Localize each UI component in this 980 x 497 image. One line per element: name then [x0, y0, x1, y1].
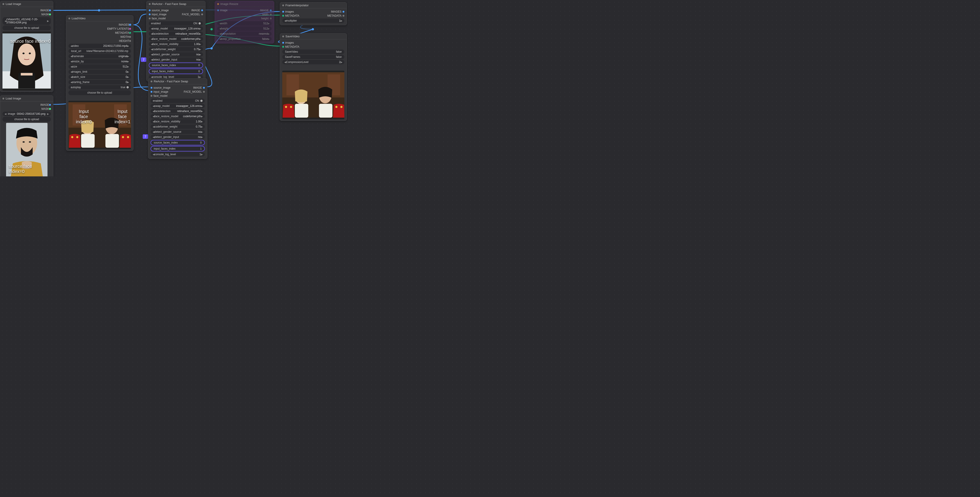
chevron-right-icon[interactable]: ▶ [201, 136, 203, 138]
chevron-right-icon[interactable]: ▶ [127, 76, 129, 78]
chevron-left-icon[interactable]: ◀ [151, 27, 153, 30]
chevron-right-icon[interactable]: ▶ [340, 19, 342, 22]
chevron-left-icon[interactable]: ◀ [153, 120, 154, 123]
chevron-right-icon[interactable]: ▶ [268, 27, 270, 30]
link-handle[interactable] [210, 28, 213, 30]
port-mask[interactable] [49, 108, 51, 110]
param-widget[interactable]: ◀ swap_model inswapper_128.onnx ▶ [149, 26, 203, 31]
port[interactable] [282, 46, 284, 48]
param-widget[interactable]: local_url /view?filename=202401171550.mp [68, 49, 131, 53]
param-widget[interactable]: ◀ face_restore_visibility 1.00 ▶ [149, 42, 203, 46]
node-load-image-2[interactable]: Load Image IMAGE MASK ◀ image 00042-2580… [0, 95, 53, 176]
collapse-icon[interactable] [282, 35, 284, 37]
collapse-icon[interactable] [68, 17, 70, 19]
chevron-left-icon[interactable]: ◀ [70, 70, 72, 73]
node-title[interactable]: LoadVideo [66, 16, 133, 21]
chevron-left-icon[interactable]: ◀ [151, 48, 153, 51]
param-widget[interactable]: SaveVideo false [282, 49, 344, 54]
node-load-video[interactable]: LoadVideo IMAGES EMPTY LATENTS METADATA … [66, 15, 134, 151]
param-widget[interactable]: ◀ keep_proportion false ▶ [217, 37, 272, 41]
chevron-right-icon[interactable]: ▶ [127, 65, 129, 68]
param-widget[interactable]: ◀ face_restore_model codeformer.pth ▶ [151, 114, 205, 119]
param-widget[interactable]: ◀ facedetection retinaface_resnet50 ▶ [149, 32, 203, 36]
chevron-left-icon[interactable]: ◀ [153, 130, 154, 133]
port-image[interactable] [49, 10, 51, 11]
chevron-right-icon[interactable]: ▶ [340, 61, 342, 64]
autoplay-toggle[interactable]: autoplay true [68, 85, 131, 89]
param-widget[interactable]: ◀ facedetection retinaface_resnet50 ▶ [151, 109, 205, 113]
port[interactable] [201, 14, 203, 15]
param-widget[interactable]: ◀ interpolation nearest ▶ [217, 32, 272, 36]
port-image[interactable] [49, 104, 51, 106]
param-widget[interactable]: ◀ swap_model inswapper_128.onnx ▶ [151, 104, 205, 108]
collapse-icon[interactable] [3, 98, 4, 100]
chevron-right-icon[interactable]: ▶ [199, 53, 201, 56]
port[interactable] [203, 91, 205, 93]
port[interactable] [129, 40, 131, 42]
chevron-right-icon[interactable]: ▶ [268, 22, 270, 25]
link-handle[interactable] [210, 47, 213, 49]
collapse-icon[interactable] [149, 3, 151, 5]
port[interactable] [270, 10, 272, 11]
chevron-left-icon[interactable]: ◀ [153, 153, 154, 156]
chevron-left-icon[interactable]: ◀ [70, 60, 72, 63]
chevron-right-icon[interactable]: ▶ [201, 110, 203, 113]
port[interactable] [282, 42, 284, 44]
port[interactable] [151, 91, 153, 93]
node-title[interactable]: ReActor - Fast Face Swap [148, 78, 207, 84]
chevron-left-icon[interactable]: ◀ [151, 76, 153, 78]
chevron-right-icon[interactable]: ▶ [201, 105, 203, 108]
chevron-left-icon[interactable]: ◀ [153, 105, 154, 108]
node-reactor-1[interactable]: ReActor - Fast Face Swap source_image IM… [146, 1, 205, 81]
chevron-right-icon[interactable]: ▶ [199, 76, 201, 78]
choose-file-button[interactable]: choose file to upload [3, 25, 51, 30]
port-mask[interactable] [49, 14, 51, 15]
port[interactable] [282, 15, 284, 17]
chevron-left-icon[interactable]: ◀ [70, 44, 72, 48]
port[interactable] [217, 10, 219, 11]
port[interactable] [129, 32, 131, 34]
chevron-left-icon[interactable]: ◀ [284, 19, 286, 22]
chevron-right-icon[interactable]: ▶ [47, 113, 49, 116]
node-reactor-2[interactable]: ReActor - Fast Face Swap source_image IM… [148, 78, 207, 159]
chevron-right-icon[interactable]: ▶ [127, 60, 129, 63]
chevron-left-icon[interactable]: ◀ [151, 53, 153, 56]
chevron-right-icon[interactable]: ▶ [127, 55, 129, 58]
chevron-left-icon[interactable]: ◀ [5, 113, 6, 116]
param-widget[interactable]: ◀ width 512 ▶ [217, 21, 272, 25]
chevron-right-icon[interactable]: ▶ [127, 81, 129, 84]
port[interactable] [129, 36, 131, 38]
param-widget[interactable]: ◀ height 512 ▶ [217, 26, 272, 31]
link-handle[interactable] [312, 28, 314, 30]
chevron-right-icon[interactable]: ▶ [127, 44, 129, 48]
chevron-right-icon[interactable]: ▶ [199, 38, 201, 41]
port[interactable] [129, 24, 131, 25]
source-faces-index[interactable]: source_faces_index 0 [151, 140, 205, 145]
param-widget[interactable]: ◀ images_limit 0 ▶ [68, 70, 131, 74]
param-widget[interactable]: ◀ codeformer_weight 0.75 ▶ [149, 47, 203, 51]
chevron-left-icon[interactable]: ◀ [70, 65, 72, 68]
param-widget[interactable]: ◀ detect_gender_source no ▶ [149, 52, 203, 57]
param-widget[interactable]: ◀ batch_size 0 ▶ [68, 75, 131, 79]
param-widget[interactable]: ◀ framerate original ▶ [68, 54, 131, 59]
file-widget[interactable]: ◀ cVisionV51_v51VAE-7-20-3706614264.png … [3, 17, 51, 25]
param-widget[interactable]: ◀ detect_gender_input no ▶ [149, 57, 203, 62]
node-title[interactable]: Load Image [0, 95, 53, 102]
port[interactable] [149, 14, 151, 15]
input-faces-index[interactable]: input_faces_index 0 [149, 68, 203, 74]
port[interactable] [201, 10, 203, 11]
choose-file-button[interactable]: choose file to upload [68, 90, 131, 95]
chevron-left-icon[interactable]: ◀ [70, 55, 72, 58]
node-load-image-1[interactable]: Load Image IMAGE MASK ◀ cVisionV51_v51VA… [0, 1, 53, 92]
port[interactable] [151, 95, 153, 97]
chevron-left-icon[interactable]: ◀ [219, 27, 221, 30]
chevron-right-icon[interactable]: ▶ [201, 120, 203, 123]
chevron-left-icon[interactable]: ◀ [153, 125, 154, 128]
param-widget[interactable]: ◀ detect_gender_source no ▶ [151, 130, 205, 134]
chevron-left-icon[interactable]: ◀ [153, 110, 154, 113]
node-image-resize[interactable]: Image Resize image IMAGE width height ◀ … [215, 1, 274, 43]
chevron-left-icon[interactable]: ◀ [219, 22, 221, 25]
chevron-right-icon[interactable]: ▶ [127, 70, 129, 73]
param-widget[interactable]: ◀ starting_frame 0 ▶ [68, 80, 131, 84]
param-widget[interactable]: ◀ face_restore_visibility 1.00 ▶ [151, 119, 205, 124]
